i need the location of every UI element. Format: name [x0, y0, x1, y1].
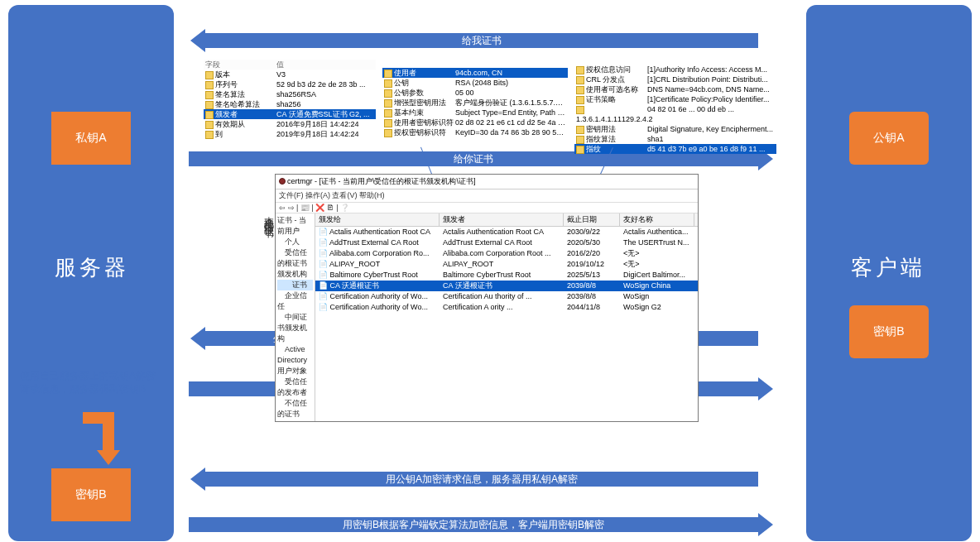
tree-node[interactable]: 受信任的根证书颁发机构: [277, 247, 313, 280]
tree-node[interactable]: 证书 - 当前用户: [277, 215, 313, 237]
tree-node[interactable]: 个人: [277, 237, 313, 247]
server-title: 服务器: [55, 253, 129, 282]
cert-field-icon: [576, 126, 584, 134]
cert-list-row[interactable]: 📄 Actalis Authentication Root CAActalis …: [315, 227, 698, 237]
cert-list-row[interactable]: 📄 ALIPAY_ROOTALIPAY_ROOT2019/10/12<无>: [315, 259, 698, 270]
client-title: 客户端: [851, 253, 925, 282]
cert-field-row[interactable]: 到2019年9月18日 14:42:24: [204, 129, 376, 139]
cert-field-row[interactable]: 使用者94cb.com, CN: [382, 68, 568, 78]
cert-list-row[interactable]: 📄 Certification Authority of Wo...Certif…: [315, 291, 698, 302]
cert-field-icon: [576, 136, 584, 144]
cert-list-row[interactable]: 📄 CA 沃通根证书CA 沃通根证书2039/8/8WoSign China: [315, 281, 698, 291]
cert-field-row[interactable]: 有效期从2016年9月18日 14:42:24: [204, 119, 376, 129]
cert-field-icon: [205, 91, 214, 99]
client-key-b: 密钥B: [849, 305, 929, 358]
cert-field-icon: [205, 81, 214, 89]
tree-node[interactable]: 受信任的发布者: [277, 377, 313, 398]
cert-list-row[interactable]: 📄 Certification Authority of Wo...Certif…: [315, 302, 698, 313]
cert-field-icon: [384, 89, 392, 98]
cert-field-row[interactable]: 1.3.6.1.4.1.11129.2.4.204 82 01 6e ... 0…: [574, 104, 776, 124]
certmgr-icon: [279, 178, 286, 185]
certmgr-window: certmgr - [证书 - 当前用户\受信任的根证书颁发机构\证书] 文件(…: [275, 174, 699, 422]
server-column: 服务器: [8, 5, 174, 541]
cert-list-row[interactable]: 📄 AddTrust External CA RootAddTrust Exte…: [315, 237, 698, 248]
cert-field-row[interactable]: 基本约束Subject Type=End Entity, Path Len...: [382, 108, 568, 118]
cert-field-icon: [576, 76, 584, 84]
vertical-label-root-cert: 本地受信任根证书: [262, 209, 276, 222]
cert-field-icon: [384, 70, 392, 78]
cert-field-row[interactable]: 签名哈希算法sha256: [204, 99, 376, 109]
cert-list-row[interactable]: 📄 Alibaba.com Corporation Ro...Alibaba.c…: [315, 248, 698, 259]
certmgr-toolbar[interactable]: ⇦ ⇨ | 📰 | ❌ 🖹 | ❔: [276, 203, 698, 213]
cert-field-icon: [576, 86, 584, 94]
cert-field-row[interactable]: 证书策略[1]Certificate Policy:Policy Identif…: [574, 94, 776, 104]
cert-field-icon: [576, 96, 584, 104]
cert-field-row[interactable]: 指纹d5 41 d3 7b e9 a0 be 16 d8 f9 11 ...: [574, 144, 776, 154]
cert-field-row[interactable]: 授权密钥标识符KeyID=30 da 74 86 3b 28 90 56 9e …: [382, 127, 568, 137]
certmgr-list[interactable]: 颁发给 颁发者 截止日期 友好名称 📄 Actalis Authenticati…: [315, 213, 698, 421]
tree-node[interactable]: 中间证书颁发机构: [277, 312, 313, 344]
cert-field-row[interactable]: 密钥用法Digital Signature, Key Encipherment.…: [574, 124, 776, 134]
cert-field-icon: [384, 119, 392, 127]
cert-field-row[interactable]: 使用者可选名称DNS Name=94cb.com, DNS Name...: [574, 84, 776, 94]
cert-field-row[interactable]: 版本V3: [204, 70, 376, 79]
cert-field-row[interactable]: 公钥RSA (2048 Bits): [382, 78, 568, 88]
tree-node[interactable]: 企业信任: [277, 290, 313, 312]
client-column: 客户端: [806, 5, 972, 541]
server-key-b: 密钥B: [51, 468, 131, 521]
arrow-keyb-alg: 用密钥B根据客户端钦定算法加密信息，客户端用密钥B解密: [189, 517, 758, 532]
note-decrypt: 使用自己服务器上的私钥A解密请求信息，服务器得到密钥B: [20, 369, 161, 396]
cert-field-row[interactable]: 颁发者CA 沃通免费SSL证书 G2, ...: [204, 109, 376, 119]
cert-field-row[interactable]: 使用者密钥标识符02 d8 02 21 e6 c1 cd d2 5e 4a 35…: [382, 118, 568, 127]
certmgr-menu[interactable]: 文件(F) 操作(A) 查看(V) 帮助(H): [276, 189, 698, 203]
tree-node[interactable]: 不信任的证书: [277, 398, 313, 420]
cert-field-icon: [205, 101, 214, 109]
hdr-expiry[interactable]: 截止日期: [564, 213, 620, 226]
hdr-issued-by[interactable]: 颁发者: [440, 213, 564, 226]
cert-panel-3: 授权信息访问[1]Authority Info Access: Access M…: [574, 65, 776, 154]
hdr-friendly[interactable]: 友好名称: [620, 213, 694, 226]
cert-field-icon: [205, 111, 214, 119]
cert-field-icon: [576, 106, 584, 114]
cert-field-row[interactable]: 指纹算法sha1: [574, 134, 776, 144]
cert-field-icon: [576, 146, 584, 154]
cert-panel-2: 使用者94cb.com, CN公钥RSA (2048 Bits)公钥参数05 0…: [382, 68, 568, 137]
cert-field-row[interactable]: 序列号52 9d b3 d2 2e de 28 3b ...: [204, 79, 376, 89]
cert-field-icon: [205, 131, 214, 139]
certmgr-tree[interactable]: 证书 - 当前用户 个人 受信任的根证书颁发机构 证书 企业信任 中间证书颁发机…: [276, 213, 315, 421]
cert-field-row[interactable]: 签名算法sha256RSA: [204, 89, 376, 99]
cert-field-icon: [205, 121, 214, 129]
cert-field-row[interactable]: 增强型密钥用法客户端身份验证 (1.3.6.1.5.5.7.3.2), 服...: [382, 98, 568, 108]
arrow-pubkeya: 用公钥A加密请求信息，服务器用私钥A解密: [205, 472, 758, 487]
cert-field-icon: [205, 71, 214, 79]
tree-node[interactable]: 证书: [277, 280, 313, 290]
cert-field-row[interactable]: CRL 分发点[1]CRL Distribution Point: Distri…: [574, 74, 776, 84]
cert-field-icon: [384, 99, 392, 108]
cert-field-icon: [384, 109, 392, 118]
cert-field-icon: [576, 66, 584, 74]
cert-field-icon: [384, 129, 392, 137]
cert-field-row[interactable]: 公钥参数05 00: [382, 88, 568, 98]
cert-field-row[interactable]: 授权信息访问[1]Authority Info Access: Access M…: [574, 65, 776, 74]
cert-list-row[interactable]: 📄 Baltimore CyberTrust RootBaltimore Cyb…: [315, 270, 698, 281]
public-key-a: 公钥A: [849, 112, 929, 165]
private-key-a: 私钥A: [51, 112, 131, 165]
hdr-issued-to[interactable]: 颁发给: [315, 213, 440, 226]
tree-node[interactable]: Active Directory 用户对象: [277, 344, 313, 377]
arrow-give-me-cert: 给我证书: [205, 33, 758, 48]
cert-field-icon: [384, 79, 392, 88]
cert-panel-1: 字段值 版本V3序列号52 9d b3 d2 2e de 28 3b ...签名…: [204, 60, 376, 139]
certmgr-title: certmgr - [证书 - 当前用户\受信任的根证书颁发机构\证书]: [287, 177, 476, 185]
